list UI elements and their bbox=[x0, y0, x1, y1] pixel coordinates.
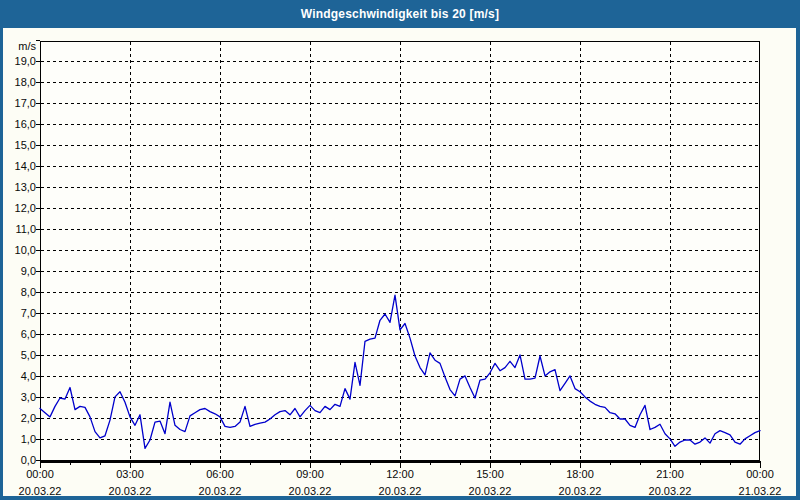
x-tick-time-label: 00:00 bbox=[728, 467, 792, 481]
window-frame-bottom bbox=[0, 496, 800, 500]
y-tick-label: 8,0 bbox=[4, 285, 36, 299]
window-title: Windgeschwindigkeit bis 20 [m/s] bbox=[301, 7, 499, 21]
y-tick-label: 17,0 bbox=[4, 96, 36, 110]
y-tick-label: 16,0 bbox=[4, 117, 36, 131]
y-tick-label: 1,0 bbox=[4, 432, 36, 446]
y-axis-unit-label: m/s bbox=[4, 39, 36, 53]
y-tick-label: 2,0 bbox=[4, 411, 36, 425]
y-tick-label: 19,0 bbox=[4, 54, 36, 68]
y-tick-label: 6,0 bbox=[4, 327, 36, 341]
x-tick-time-label: 06:00 bbox=[188, 467, 252, 481]
x-tick-time-label: 21:00 bbox=[638, 467, 702, 481]
title-bar: Windgeschwindigkeit bis 20 [m/s] bbox=[0, 0, 800, 28]
wind-chart-svg bbox=[0, 28, 800, 500]
y-tick-label: 13,0 bbox=[4, 180, 36, 194]
y-tick-label: 3,0 bbox=[4, 390, 36, 404]
y-tick-label: 11,0 bbox=[4, 222, 36, 236]
y-tick-label: 12,0 bbox=[4, 201, 36, 215]
y-tick-label: 9,0 bbox=[4, 264, 36, 278]
y-tick-label: 4,0 bbox=[4, 369, 36, 383]
x-tick-time-label: 18:00 bbox=[548, 467, 612, 481]
y-tick-label: 10,0 bbox=[4, 243, 36, 257]
y-tick-label: 5,0 bbox=[4, 348, 36, 362]
y-tick-label: 15,0 bbox=[4, 138, 36, 152]
x-tick-time-label: 15:00 bbox=[458, 467, 522, 481]
y-tick-label: 14,0 bbox=[4, 159, 36, 173]
chart-window: Windgeschwindigkeit bis 20 [m/s] m/s 0,0… bbox=[0, 0, 800, 500]
y-tick-label: 7,0 bbox=[4, 306, 36, 320]
x-tick-time-label: 03:00 bbox=[98, 467, 162, 481]
window-frame-left bbox=[0, 0, 3, 500]
x-tick-time-label: 12:00 bbox=[368, 467, 432, 481]
y-tick-label: 0,0 bbox=[4, 453, 36, 467]
chart-area: m/s 0,01,02,03,04,05,06,07,08,09,010,011… bbox=[0, 28, 800, 500]
y-tick-label: 18,0 bbox=[4, 75, 36, 89]
x-tick-time-label: 09:00 bbox=[278, 467, 342, 481]
x-tick-time-label: 00:00 bbox=[8, 467, 72, 481]
window-frame-right bbox=[796, 0, 800, 500]
